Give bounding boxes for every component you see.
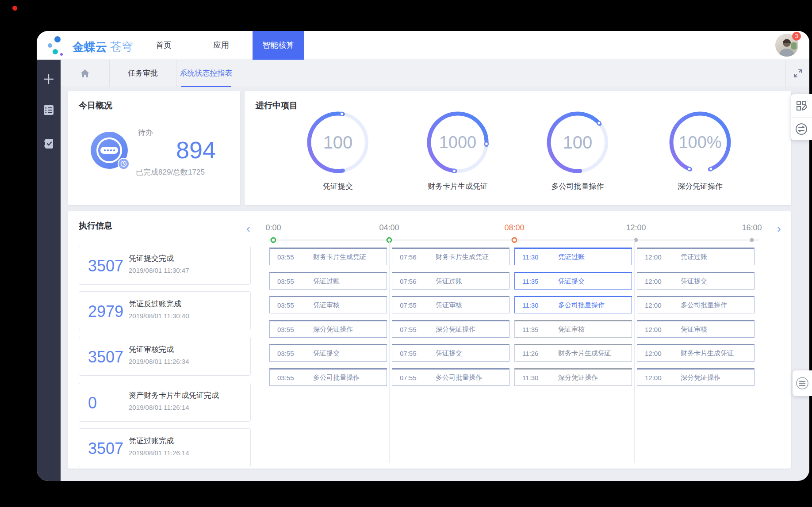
entry-label: 深分凭证操作 — [548, 374, 598, 382]
entry-label: 多公司批量操作 — [548, 301, 605, 309]
stat-title: 资产财务卡片生成凭证完成 — [129, 390, 219, 400]
timeline-column-divider — [512, 240, 512, 463]
timeline-entry[interactable]: 07:55多公司批量操作 — [392, 368, 509, 386]
entry-time: 07:56 — [392, 253, 425, 261]
timeline-entry[interactable]: 03:55财务卡片生成凭证 — [269, 248, 387, 265]
entry-time: 11:30 — [515, 301, 548, 309]
timeline-entry[interactable]: 12:00财务卡片生成凭证 — [637, 344, 755, 362]
execution-stat-card[interactable]: 0资产财务卡片生成凭证完成2019/08/01 11:26:14 — [79, 383, 251, 422]
execution-stat-card[interactable]: 3507凭证过账完成2019/08/01 11:26:14 — [79, 428, 251, 467]
fullscreen-button[interactable] — [785, 60, 809, 87]
gauge-value: 1000 — [425, 109, 491, 175]
entry-label: 凭证审核 — [670, 325, 707, 334]
entry-time: 12:00 — [637, 350, 670, 357]
timeline-entry[interactable]: 07:56凭证过账 — [392, 272, 509, 290]
timeline-entry[interactable]: 07:56财务卡片生成凭证 — [392, 248, 509, 265]
timeline-entry[interactable]: 03:55多公司批量操作 — [269, 368, 387, 386]
execution-stat-card[interactable]: 3507凭证审核完成2019/08/01 11:26:34 — [79, 337, 251, 376]
gauge-ring: 1000 — [425, 109, 491, 175]
entry-time: 11:35 — [515, 326, 548, 333]
stat-count: 3507 — [88, 348, 123, 366]
timeline-entry[interactable]: 03:55凭证过账 — [269, 272, 387, 290]
entry-time: 12:00 — [637, 301, 670, 309]
sidebar-tasks-button[interactable] — [37, 134, 61, 153]
timeline-entry[interactable]: 07:55凭证审核 — [392, 296, 509, 313]
entry-time: 07:55 — [392, 374, 425, 381]
timeline-entry[interactable]: 12:00凭证提交 — [637, 272, 755, 290]
todo-count: 894 — [156, 136, 236, 164]
sidebar-add-button[interactable] — [37, 69, 61, 89]
timeline-entry[interactable]: 11:30凭证过账 — [514, 248, 632, 265]
timeline-marker[interactable] — [512, 237, 517, 243]
timeline-entry[interactable]: 07:55凭证提交 — [392, 344, 509, 362]
entry-time: 07:55 — [392, 326, 425, 333]
tab-strip: 任务审批系统状态控指表 — [61, 60, 809, 87]
switch-button[interactable] — [791, 117, 812, 140]
timeline-tick-label: 12:00 — [616, 223, 656, 233]
timeline-entry[interactable]: 12:00深分凭证操作 — [637, 368, 755, 386]
timeline-column-divider — [634, 240, 635, 463]
timeline-marker[interactable] — [750, 238, 754, 242]
timeline-entry[interactable]: 07:55深分凭证操作 — [392, 320, 509, 338]
gauge-value: 100 — [305, 109, 371, 175]
timeline-entry[interactable]: 12:00凭证审核 — [637, 320, 755, 338]
entry-label: 凭证提交 — [303, 349, 340, 358]
timeline-entry[interactable]: 12:00多公司批量操作 — [637, 296, 755, 313]
gauge-3: 100多公司批量操作 — [544, 109, 611, 191]
execution-stat-card[interactable]: 3507凭证提交完成2019/08/01 11:30:47 — [79, 246, 251, 285]
entry-label: 多公司批量操作 — [425, 374, 482, 382]
entry-time: 03:55 — [270, 301, 303, 309]
timeline-next-button[interactable]: › — [777, 223, 781, 234]
execution-info-card: 执行信息 3507凭证提交完成2019/08/01 11:30:472979凭证… — [68, 211, 791, 469]
grid-edit-icon — [796, 100, 807, 111]
gauge-1: 100凭证提交 — [305, 109, 371, 191]
user-avatar[interactable]: 3 — [775, 34, 799, 57]
timeline-entry[interactable]: 11:35凭证审核 — [514, 320, 632, 338]
entry-label: 深分凭证操作 — [303, 325, 353, 334]
entry-label: 凭证提交 — [548, 277, 585, 286]
app-header: 金蝶云苍穹 首页应用智能核算 3 — [37, 31, 809, 60]
swap-icon — [795, 123, 808, 135]
layout-edit-button[interactable] — [791, 94, 812, 117]
timeline-prev-button[interactable]: ‹ — [246, 223, 250, 234]
tab-1[interactable]: 任务审批 — [110, 60, 176, 87]
timeline-entry[interactable]: 11:30深分凭证操作 — [514, 368, 632, 386]
gauge-4: 100%深分凭证操作 — [667, 109, 733, 191]
entry-label: 深分凭证操作 — [425, 325, 475, 334]
timeline-entry[interactable]: 11:35凭证提交 — [514, 272, 632, 290]
entry-time: 03:55 — [270, 374, 303, 381]
execution-stat-card[interactable]: 2979凭证反过账完成2019/08/01 11:30:40 — [79, 291, 251, 330]
nav-item-3[interactable]: 智能核算 — [253, 31, 304, 60]
timeline-marker[interactable] — [271, 237, 276, 243]
recording-dot — [12, 6, 17, 11]
timeline-entry[interactable]: 11:26财务卡片生成凭证 — [514, 344, 632, 362]
gauge-value: 100 — [544, 109, 611, 175]
timeline-entry[interactable]: 03:55凭证提交 — [269, 344, 387, 362]
timeline-column-divider — [389, 240, 390, 463]
stat-timestamp: 2019/08/01 11:26:14 — [129, 449, 189, 457]
stat-timestamp: 2019/08/01 11:26:14 — [129, 404, 189, 411]
notification-badge[interactable]: 3 — [792, 32, 801, 41]
floating-menu-button[interactable] — [793, 370, 812, 396]
app-window: 金蝶云苍穹 首页应用智能核算 3 任务审批系统状态控指表 — [37, 31, 809, 481]
today-card-title: 今日概况 — [79, 100, 112, 111]
entry-time: 12:00 — [637, 278, 670, 285]
task-check-icon — [43, 138, 54, 149]
stat-title: 凭证审核完成 — [129, 344, 174, 355]
entry-label: 财务卡片生成凭证 — [548, 349, 611, 358]
nav-item-1[interactable]: 首页 — [144, 31, 184, 60]
nav-item-2[interactable]: 应用 — [201, 31, 241, 60]
gauge-ring: 100 — [544, 109, 611, 175]
entry-label: 凭证审核 — [303, 301, 340, 309]
timeline-entry[interactable]: 12:00凭证过账 — [637, 248, 755, 265]
home-tab[interactable] — [61, 60, 110, 87]
entry-time: 03:55 — [270, 326, 303, 333]
tab-2[interactable]: 系统状态控指表 — [176, 60, 236, 87]
timeline-tick-label: 04:00 — [369, 223, 409, 233]
gauge-ring: 100 — [305, 109, 371, 175]
timeline-entry[interactable]: 03:55深分凭证操作 — [269, 320, 387, 338]
entry-label: 多公司批量操作 — [303, 374, 360, 382]
sidebar-list-button[interactable] — [37, 100, 61, 120]
timeline-entry[interactable]: 11:30多公司批量操作 — [514, 296, 632, 313]
timeline-entry[interactable]: 03:55凭证审核 — [269, 296, 387, 313]
